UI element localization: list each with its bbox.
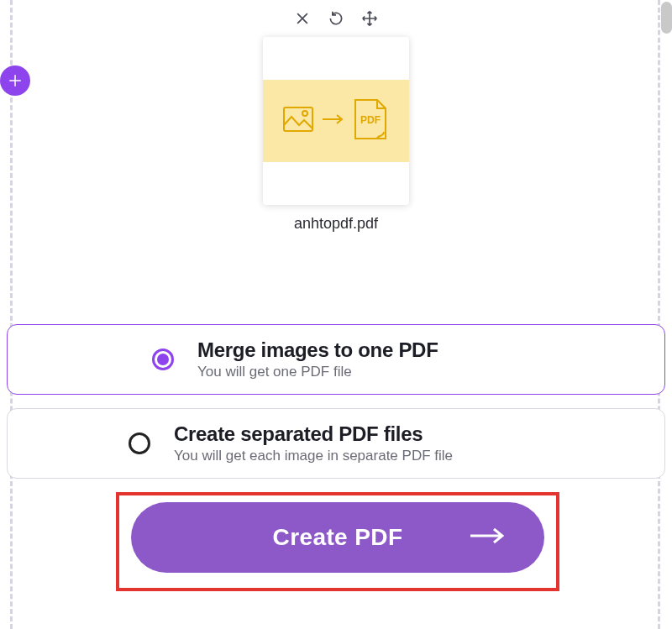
option-separate-radio[interactable] [129,432,150,454]
option-merge-text: Merge images to one PDF You will get one… [197,338,438,380]
create-pdf-button[interactable]: Create PDF [131,502,544,573]
rotate-file-button[interactable] [328,10,344,30]
thumbnail-graphic: PDF [263,80,409,162]
image-icon [283,107,313,135]
uploaded-file: PDF anhtopdf.pdf [261,5,411,233]
pdf-file-icon: PDF [352,98,389,144]
option-merge-sub: You will get one PDF file [197,364,438,380]
file-toolbar [261,5,411,35]
output-options-panel: Merge images to one PDF You will get one… [7,324,665,629]
rotate-icon [328,10,344,27]
option-separate-sub: You will get each image in separate PDF … [174,448,453,464]
arrow-right-icon [469,524,504,551]
cta-highlight-box: Create PDF [116,492,559,591]
move-file-handle[interactable] [361,10,378,30]
option-separate[interactable]: Create separated PDF files You will get … [7,408,665,479]
move-icon [361,10,378,27]
dropzone[interactable]: PDF anhtopdf.pdf [0,0,672,312]
option-merge-radio[interactable] [152,349,174,370]
create-pdf-label: Create PDF [273,524,403,551]
file-name-label: anhtopdf.pdf [261,215,411,233]
add-file-button[interactable] [0,66,30,96]
option-separate-title: Create separated PDF files [174,422,453,446]
close-icon [294,10,311,27]
svg-point-1 [302,111,307,116]
plus-icon [8,73,23,88]
option-merge[interactable]: Merge images to one PDF You will get one… [7,324,665,395]
pdf-badge-text: PDF [360,114,381,126]
arrow-right-icon [322,113,344,128]
option-merge-title: Merge images to one PDF [197,338,438,362]
file-thumbnail[interactable]: PDF [263,37,409,205]
option-separate-text: Create separated PDF files You will get … [174,422,453,464]
remove-file-button[interactable] [294,10,311,30]
